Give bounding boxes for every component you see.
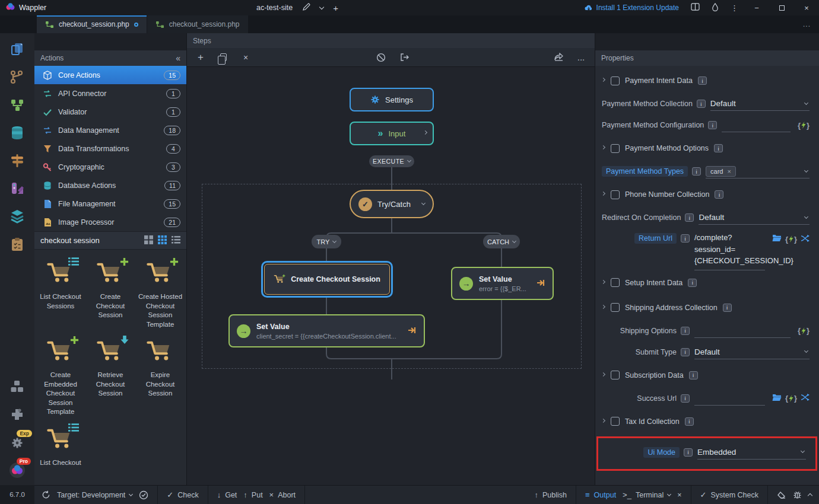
steps-more-button[interactable]: ...	[576, 52, 586, 63]
publish-button[interactable]: ↑Publish	[534, 490, 567, 499]
category-data-management[interactable]: Data Management 18	[34, 121, 186, 139]
folder-picker-icon[interactable]	[772, 394, 782, 403]
output-tab[interactable]: ≡Output	[585, 490, 616, 499]
expand-icon[interactable]	[601, 78, 605, 82]
info-icon[interactable]	[689, 371, 698, 379]
info-icon[interactable]	[697, 100, 706, 108]
payment-method-configuration-input[interactable]	[722, 118, 791, 132]
tile-retrieve-checkout-session[interactable]: Retrieve Checkout Session	[85, 333, 135, 420]
info-icon[interactable]	[685, 213, 694, 222]
set-value-client-secret-node[interactable]: → Set Value client_secret = {{createChec…	[228, 314, 425, 347]
success-url-input[interactable]	[694, 391, 765, 406]
info-icon[interactable]	[714, 144, 723, 152]
expand-icon[interactable]	[601, 372, 605, 376]
payment-intent-data-checkbox[interactable]	[611, 76, 620, 85]
expand-icon[interactable]	[601, 418, 605, 422]
set-value-error-node[interactable]: → Set Value error = {{$_ER...	[451, 267, 554, 300]
category-cryptographic[interactable]: Cryptographic 3	[34, 158, 186, 176]
tax-id-collection-checkbox[interactable]	[611, 417, 620, 426]
layers-icon[interactable]	[8, 208, 26, 225]
info-icon[interactable]	[681, 394, 690, 403]
expand-input-icon[interactable]	[423, 130, 427, 135]
info-icon[interactable]	[681, 234, 690, 243]
phone-number-collection-checkbox[interactable]	[611, 190, 620, 199]
clear-output-icon[interactable]	[777, 491, 786, 499]
return-url-input[interactable]: /complete?session_id= {CHECKOUT_SESSION_…	[694, 232, 765, 270]
info-icon[interactable]	[708, 121, 717, 129]
close-button[interactable]: ×	[800, 4, 813, 12]
trycatch-step-node[interactable]: ✓ Try/Catch	[350, 190, 434, 218]
check-button[interactable]: ✓Check	[167, 490, 198, 499]
category-file-management[interactable]: File Management 15	[34, 194, 186, 213]
collapse-panel-up-icon[interactable]	[808, 492, 812, 497]
extensions-icon[interactable]	[8, 406, 26, 423]
share-export-icon[interactable]	[553, 52, 564, 63]
collapse-panel-icon[interactable]: «	[176, 53, 180, 63]
maximize-button[interactable]	[775, 4, 788, 12]
routing-icon[interactable]	[8, 152, 26, 170]
shipping-options-input[interactable]	[694, 324, 791, 338]
minimize-button[interactable]: −	[750, 4, 763, 12]
extension-update-link[interactable]: Install 1 Extension Update	[585, 4, 679, 12]
view-grid-large-icon[interactable]	[144, 235, 153, 246]
expand-icon[interactable]	[601, 304, 605, 308]
target-status-icon[interactable]	[139, 490, 148, 500]
input-step-node[interactable]: » Input	[350, 122, 434, 145]
terminal-tab[interactable]: >_Terminal	[623, 490, 671, 499]
payment-method-types-select[interactable]: card×	[706, 164, 810, 178]
category-image-processor[interactable]: Image Processor 21	[34, 213, 186, 231]
wappler-pro-icon[interactable]: Pro	[8, 461, 26, 479]
more-menu-icon[interactable]: ⋮	[731, 4, 738, 12]
settings-step-node[interactable]: Settings	[350, 88, 434, 111]
project-dropdown-icon[interactable]	[319, 4, 324, 9]
refresh-target-button[interactable]	[42, 490, 50, 499]
get-button[interactable]: ↓Get	[217, 490, 237, 499]
payment-method-options-checkbox[interactable]	[611, 144, 620, 153]
binding-picker-icon[interactable]: {}	[785, 235, 797, 244]
abort-button[interactable]: ×Abort	[269, 490, 296, 499]
split-view-icon[interactable]	[691, 3, 700, 12]
design-icon[interactable]	[8, 180, 26, 197]
category-api-connector[interactable]: API Connector 1	[34, 84, 186, 103]
tile-expire-checkout-session[interactable]: Expire Checkout Session	[135, 333, 185, 420]
view-grid-small-icon[interactable]	[158, 235, 167, 246]
folder-picker-icon[interactable]	[772, 234, 782, 244]
ui-mode-select[interactable]: Embedded	[697, 445, 806, 460]
dynamic-route-icon[interactable]	[801, 235, 810, 244]
tab-checkout-session-2[interactable]: checkout_session.php	[147, 15, 249, 33]
submit-type-select[interactable]: Default	[694, 345, 810, 359]
put-button[interactable]: ↑Put	[243, 490, 262, 499]
goto-output-icon[interactable]	[399, 52, 410, 63]
tabs-overflow-button[interactable]: ...	[803, 20, 811, 28]
theme-droplet-icon[interactable]	[712, 3, 719, 13]
add-step-icon[interactable]: +	[195, 52, 206, 63]
payment-method-collection-select[interactable]: Default	[710, 97, 810, 111]
redirect-on-completion-select[interactable]: Default	[699, 210, 810, 225]
execute-section-pill[interactable]: EXECUTE	[369, 155, 414, 167]
info-icon[interactable]	[723, 304, 732, 312]
disable-step-icon[interactable]	[376, 52, 386, 63]
try-branch-pill[interactable]: TRY	[312, 235, 341, 248]
info-icon[interactable]	[688, 279, 697, 287]
category-data-transformations[interactable]: Data Transformations 4	[34, 139, 186, 158]
setup-intent-data-checkbox[interactable]	[611, 278, 620, 287]
tasks-icon[interactable]	[8, 235, 26, 253]
target-selector[interactable]: Target: Development	[57, 491, 132, 499]
remove-tag-icon[interactable]: ×	[728, 168, 731, 175]
binding-picker-icon[interactable]: {}	[798, 121, 810, 130]
edit-project-icon[interactable]	[302, 3, 310, 13]
tile-list-checkout-sessions[interactable]: List Checkout Sessions	[36, 254, 85, 333]
info-icon[interactable]	[681, 327, 690, 335]
system-check-button[interactable]: ✓System Check	[700, 490, 759, 499]
close-output-icon[interactable]: ×	[677, 491, 681, 499]
card-tag[interactable]: card×	[706, 166, 736, 177]
database-icon[interactable]	[8, 124, 26, 142]
settings-experimental-icon[interactable]: Exp	[8, 433, 26, 451]
workflow-canvas[interactable]: Settings » Input EXECUTE ✓ Try/Catch TRY	[187, 67, 595, 485]
tile-create-hosted-checkout-session-template[interactable]: Create Hosted Checkout Session Template	[135, 254, 185, 333]
info-icon[interactable]	[715, 190, 723, 199]
dynamic-route-icon[interactable]	[801, 394, 810, 403]
category-database-actions[interactable]: Database Actions 11	[34, 176, 186, 194]
info-icon[interactable]	[698, 76, 707, 85]
info-icon[interactable]	[681, 348, 690, 356]
